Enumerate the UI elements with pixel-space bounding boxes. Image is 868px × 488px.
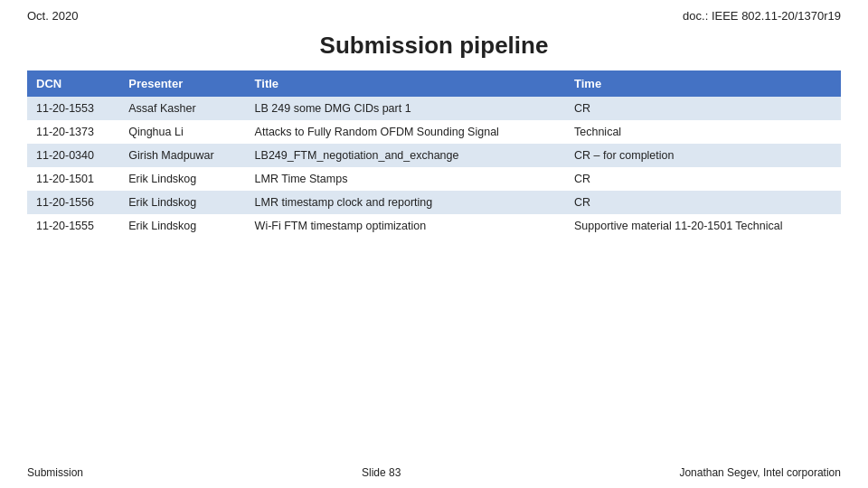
cell-time: CR – for completion [565, 144, 841, 167]
cell-dcn: 11-20-1501 [27, 167, 119, 191]
cell-time: CR [565, 167, 841, 191]
cell-title: Attacks to Fully Random OFDM Sounding Si… [246, 120, 565, 144]
cell-presenter: Qinghua Li [119, 120, 245, 144]
cell-dcn: 11-20-1556 [27, 191, 119, 214]
cell-title: Wi-Fi FTM timestamp optimization [246, 214, 565, 238]
cell-time: Technical [565, 120, 841, 144]
cell-dcn: 11-20-1553 [27, 97, 119, 120]
cell-presenter: Girish Madpuwar [119, 144, 245, 167]
cell-dcn: 11-20-1555 [27, 214, 119, 238]
footer-left: Submission [27, 466, 83, 479]
doc-ref-label: doc.: IEEE 802.11-20/1370r19 [683, 9, 841, 23]
submission-table: DCN Presenter Title Time 11-20-1553Assaf… [27, 70, 841, 238]
cell-presenter: Erik Lindskog [119, 191, 245, 214]
cell-presenter: Erik Lindskog [119, 214, 245, 238]
table-row: 11-20-1553Assaf KasherLB 249 some DMG CI… [27, 97, 841, 120]
table-row: 11-20-1555Erik LindskogWi-Fi FTM timesta… [27, 214, 841, 238]
table-header-row: DCN Presenter Title Time [27, 70, 841, 97]
cell-presenter: Assaf Kasher [119, 97, 245, 120]
table-row: 11-20-1373Qinghua LiAttacks to Fully Ran… [27, 120, 841, 144]
table-row: 11-20-0340Girish MadpuwarLB249_FTM_negot… [27, 144, 841, 167]
cell-time: CR [565, 191, 841, 214]
table-row: 11-20-1501Erik LindskogLMR Time StampsCR [27, 167, 841, 191]
cell-time: CR [565, 97, 841, 120]
footer: Submission Slide 83 Jonathan Segev, Inte… [27, 459, 841, 488]
cell-dcn: 11-20-1373 [27, 120, 119, 144]
col-header-presenter: Presenter [119, 70, 245, 97]
page-title: Submission pipeline [27, 32, 841, 60]
cell-dcn: 11-20-0340 [27, 144, 119, 167]
cell-presenter: Erik Lindskog [119, 167, 245, 191]
cell-title: LB 249 some DMG CIDs part 1 [246, 97, 565, 120]
footer-center: Slide 83 [362, 466, 401, 479]
top-bar: Oct. 2020 doc.: IEEE 802.11-20/1370r19 [27, 0, 841, 26]
cell-title: LMR Time Stamps [246, 167, 565, 191]
date-label: Oct. 2020 [27, 9, 78, 23]
col-header-time: Time [565, 70, 841, 97]
col-header-dcn: DCN [27, 70, 119, 97]
cell-time: Supportive material 11-20-1501 Technical [565, 214, 841, 238]
cell-title: LB249_FTM_negotiation_and_exchange [246, 144, 565, 167]
col-header-title: Title [246, 70, 565, 97]
table-row: 11-20-1556Erik LindskogLMR timestamp clo… [27, 191, 841, 214]
page: Oct. 2020 doc.: IEEE 802.11-20/1370r19 S… [0, 0, 868, 488]
footer-right: Jonathan Segev, Intel corporation [679, 466, 841, 479]
cell-title: LMR timestamp clock and reporting [246, 191, 565, 214]
